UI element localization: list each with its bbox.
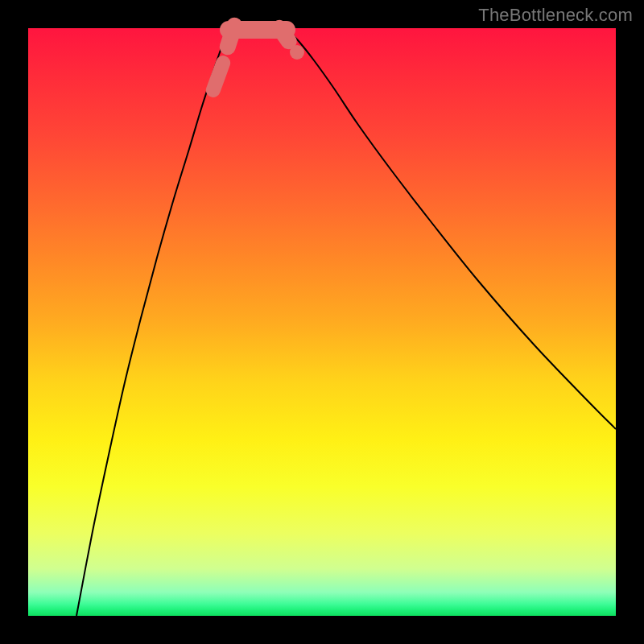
bottleneck-curve-svg: [28, 28, 616, 616]
watermark-label: TheBottleneck.com: [478, 5, 633, 26]
marker-group: [213, 26, 304, 90]
curve-group: [76, 28, 616, 616]
marker-dot-5: [290, 45, 304, 60]
marker-capsule-4: [279, 28, 288, 41]
series-left-branch: [76, 28, 233, 616]
marker-capsule-0: [213, 63, 223, 90]
chart-frame: TheBottleneck.com: [0, 0, 644, 644]
series-right-branch: [286, 28, 616, 429]
